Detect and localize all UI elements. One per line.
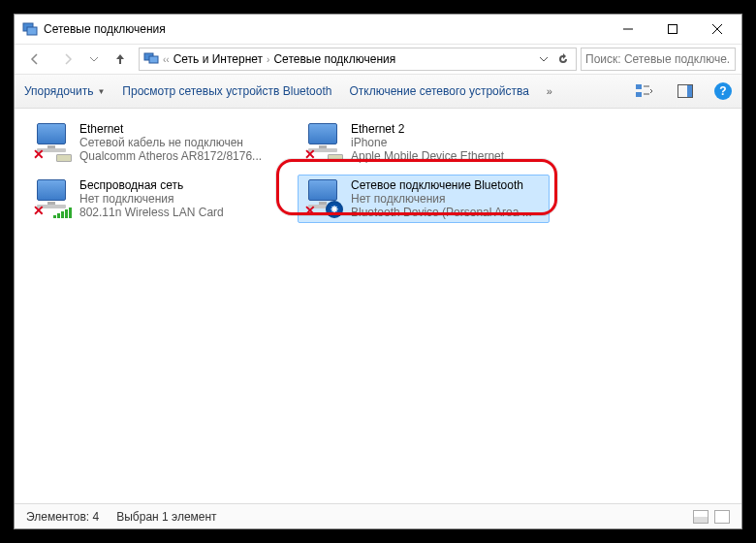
organize-menu[interactable]: Упорядочить▼ [24,84,105,98]
network-item-ethernet[interactable]: ✕ Ethernet Сетевой кабель не подключен Q… [26,118,278,167]
recent-dropdown[interactable] [86,48,102,71]
network-connections-window: Сетевые подключения ‹‹ Сеть и Интернет ›… [14,14,742,529]
address-dropdown[interactable] [535,49,552,69]
back-button[interactable] [20,48,49,71]
search-input[interactable] [585,52,731,66]
svg-rect-1 [27,27,37,35]
network-item-ethernet2[interactable]: ✕ Ethernet 2 iPhone Apple Mobile Device … [298,118,550,167]
ethernet-icon: ✕ [31,123,72,162]
item-count: Элементов: 4 [26,510,99,524]
details-view-icon[interactable] [693,510,709,524]
chevron-right-icon: › [267,54,269,65]
svg-rect-9 [636,92,642,97]
item-device: Bluetooth Device (Personal Area ... [351,206,532,219]
forward-button[interactable] [53,48,82,71]
status-bar: Элементов: 4 Выбран 1 элемент [15,503,741,528]
disconnected-x-icon: ✕ [302,146,318,162]
item-name: Ethernet 2 [351,122,504,136]
disconnected-x-icon: ✕ [31,146,47,162]
refresh-button[interactable] [554,49,572,69]
preview-pane-button[interactable] [674,80,697,103]
item-device: Apple Mobile Device Ethernet [351,149,504,163]
help-button[interactable]: ? [714,82,732,100]
toolbar: Упорядочить▼ Просмотр сетевых устройств … [15,75,741,109]
cable-icon [56,154,72,162]
item-status: Нет подключения [351,192,532,206]
tiles-view-icon[interactable] [714,510,730,524]
up-button[interactable] [106,48,135,71]
item-device: 802.11n Wireless LAN Card [79,206,224,219]
item-name: Беспроводная сеть [79,178,224,192]
svg-rect-8 [636,84,642,89]
svg-rect-7 [149,56,158,63]
overflow-chevron[interactable]: » [547,85,552,97]
window-title: Сетевые подключения [44,22,606,36]
item-status: iPhone [351,136,504,149]
minimize-button[interactable] [606,15,650,44]
view-options-button[interactable] [633,80,656,103]
item-name: Ethernet [79,122,262,136]
navigation-bar: ‹‹ Сеть и Интернет › Сетевые подключения [15,44,741,75]
svg-rect-3 [669,25,677,34]
signal-bars-icon [53,207,72,218]
network-item-bluetooth[interactable]: ✕ ⁕ Сетевое подключение Bluetooth Нет по… [298,175,550,223]
close-button[interactable] [695,15,740,44]
breadcrumb-root[interactable]: Сеть и Интернет [173,52,263,66]
network-icon [143,50,159,69]
disable-device[interactable]: Отключение сетевого устройства [349,84,528,98]
item-status: Нет подключения [79,192,224,206]
svg-rect-13 [687,85,692,97]
selection-info: Выбран 1 элемент [116,510,216,524]
window-controls [606,15,740,44]
content-area[interactable]: ✕ Ethernet Сетевой кабель не подключен Q… [15,109,741,503]
search-box[interactable] [581,48,736,71]
view-bluetooth-devices[interactable]: Просмотр сетевых устройств Bluetooth [122,84,331,98]
ethernet-icon: ✕ [302,123,343,162]
title-bar[interactable]: Сетевые подключения [15,15,741,44]
address-bar[interactable]: ‹‹ Сеть и Интернет › Сетевые подключения [139,48,577,71]
wifi-icon: ✕ [31,179,72,218]
bluetooth-network-icon: ✕ ⁕ [302,179,343,218]
chevron-icon: ‹‹ [163,54,170,65]
network-item-wifi[interactable]: ✕ Беспроводная сеть Нет подключения 802.… [26,175,278,223]
item-status: Сетевой кабель не подключен [79,136,262,149]
app-icon [22,21,38,37]
breadcrumb-leaf[interactable]: Сетевые подключения [273,52,395,66]
item-name: Сетевое подключение Bluetooth [351,178,532,192]
disconnected-x-icon: ✕ [31,203,47,218]
disconnected-x-icon: ✕ [302,203,318,218]
cable-icon [328,154,343,162]
maximize-button[interactable] [650,15,695,44]
bluetooth-icon: ⁕ [326,201,343,218]
item-device: Qualcomm Atheros AR8172/8176... [79,149,262,163]
